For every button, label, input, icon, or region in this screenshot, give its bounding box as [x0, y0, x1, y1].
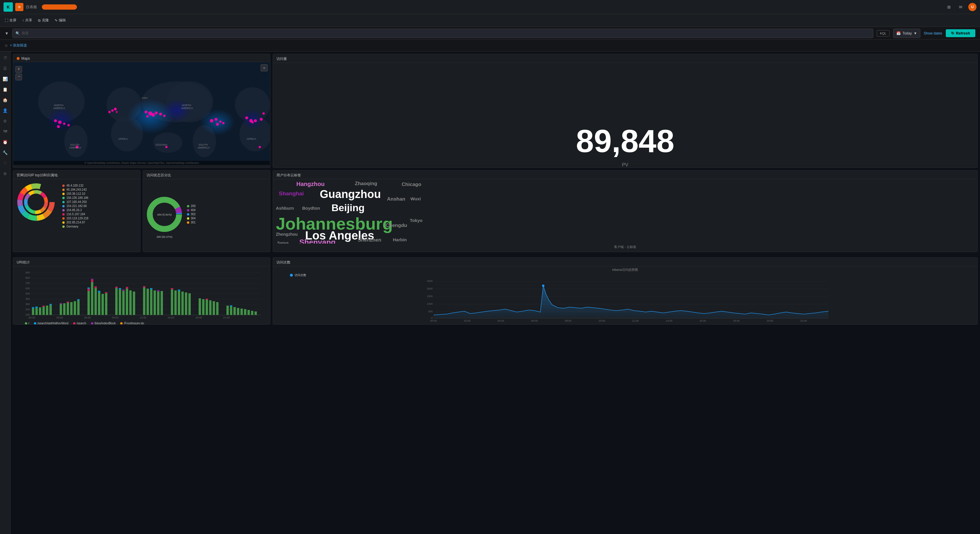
wc-harbin: Harbin: [393, 237, 407, 242]
svg-text:100: 100: [25, 313, 30, 316]
visit-unit: PV: [622, 162, 628, 168]
status-center-label: 404 (5.91%): [157, 213, 172, 216]
search-input[interactable]: 🔍 搜索: [12, 29, 873, 38]
wordcloud-title: 用户分布云标签: [273, 170, 977, 179]
svg-rect-115: [46, 305, 48, 315]
svg-rect-170: [206, 299, 208, 300]
svg-text:500: 500: [25, 292, 30, 295]
svg-text:06:00: 06:00: [531, 319, 538, 322]
svg-rect-148: [129, 291, 132, 315]
svg-point-44: [262, 112, 265, 114]
svg-point-35: [215, 118, 217, 121]
sidebar-item-monitor[interactable]: ⚙: [1, 117, 10, 125]
svg-point-42: [254, 119, 257, 122]
legend-item: Germany: [62, 225, 88, 228]
sidebar-item-dashboard[interactable]: 📊: [1, 75, 10, 83]
edit-icon: ✎: [55, 18, 57, 22]
show-dates-button[interactable]: Show dates: [924, 31, 942, 35]
legend-item: 107.165.44.250: [62, 200, 88, 203]
svg-rect-117: [49, 304, 52, 305]
svg-text:10:00: 10:00: [598, 319, 605, 322]
wordcloud-subtitle: 客户端 - 云标签: [273, 243, 977, 250]
uri-chart-area: Count of records 900 800 700 600 500 400…: [13, 266, 270, 324]
svg-text:00:00: 00:00: [29, 316, 35, 319]
legend-302: 302: [187, 213, 196, 216]
status-donut: 404 (5.91%) 200 (92.47%): [145, 195, 183, 234]
svg-rect-177: [234, 307, 236, 315]
wc-shenzhen: Shenzhen: [358, 237, 381, 243]
svg-text:AFRICA: AFRICA: [247, 137, 256, 140]
sidebar-item-discover[interactable]: ⏱: [1, 54, 10, 62]
refresh-button[interactable]: ↻ Refresh: [946, 29, 975, 37]
svg-rect-132: [91, 279, 93, 280]
svg-rect-150: [143, 288, 145, 315]
visit-count-panel: 访问量 89,848 PV: [273, 54, 978, 168]
svg-rect-131: [91, 280, 93, 282]
svg-point-2: [64, 125, 88, 157]
sidebar-item-settings[interactable]: ⚙: [1, 170, 10, 178]
sidebar-item-maps[interactable]: 🗺: [1, 127, 10, 136]
svg-rect-155: [154, 291, 156, 315]
sidebar-item-canvas[interactable]: 📋: [1, 86, 10, 94]
fullscreen-button[interactable]: ⛶ 全屏: [5, 18, 16, 23]
sidebar-item-clock[interactable]: ⏰: [1, 138, 10, 146]
svg-point-13: [47, 108, 76, 131]
svg-text:900: 900: [25, 271, 30, 274]
svg-rect-124: [74, 301, 76, 315]
svg-rect-165: [185, 292, 187, 315]
svg-rect-114: [42, 305, 45, 307]
uri-legend: / /search/getHotKeyWord /search /blog/in…: [16, 321, 268, 324]
grid-icon[interactable]: ⊞: [945, 3, 953, 11]
svg-rect-173: [216, 302, 218, 315]
svg-rect-127: [88, 291, 90, 315]
svg-rect-113: [42, 307, 45, 315]
map-area[interactable]: NORTH AMERICA ASIA AFRICA SOUTH AMERICA …: [13, 62, 270, 165]
add-filter-button[interactable]: + 添加筛选: [10, 43, 27, 48]
uri-stats-title: URI统计: [13, 257, 270, 266]
row2-left: 官网访问IP top10和归属地: [13, 170, 270, 252]
wc-shanghai: Shanghai: [279, 191, 304, 197]
uri-legend-slash: /: [25, 322, 29, 324]
sidebar-item-users[interactable]: 👤: [1, 106, 10, 114]
svg-rect-122: [67, 302, 69, 303]
svg-rect-167: [199, 298, 201, 315]
ip-top10-legend: 46.4.100.132 45.194.243.242 193.36.112.1…: [59, 181, 92, 248]
trend-legend-dot: [290, 274, 293, 277]
svg-text:2500: 2500: [427, 280, 433, 283]
calendar-icon: 📅: [896, 31, 901, 35]
svg-text:300: 300: [25, 303, 30, 305]
visit-count-title: 访问量: [273, 54, 977, 63]
svg-rect-123: [70, 302, 73, 315]
sidebar-item-visualize[interactable]: ☰: [1, 64, 10, 73]
sidebar-item-home[interactable]: 🏠: [1, 96, 10, 104]
edit-button[interactable]: ✎ 编辑: [55, 18, 66, 23]
clone-button[interactable]: ⧉ 克隆: [38, 18, 49, 23]
svg-rect-130: [91, 282, 93, 315]
sidebar-item-tools[interactable]: 🔧: [1, 149, 10, 157]
svg-text:15:00: 15:00: [168, 316, 174, 319]
user-avatar[interactable]: U: [968, 3, 977, 11]
legend-item: 154.85.26.2: [62, 208, 88, 212]
svg-rect-138: [105, 293, 107, 315]
svg-text:ASIA: ASIA: [142, 97, 148, 99]
wc-shenyang: Shenyang: [299, 238, 336, 243]
svg-text:06:00: 06:00: [84, 316, 91, 319]
svg-rect-169: [206, 300, 208, 315]
uri-legend-inquiry: /FrontInquiry.do: [120, 322, 144, 324]
map-legend-button[interactable]: ≡: [261, 64, 268, 72]
date-selector[interactable]: 📅 Today ▼: [893, 29, 920, 38]
kql-button[interactable]: KQL: [877, 30, 889, 37]
share-button[interactable]: ↑ 共享: [22, 18, 32, 23]
svg-rect-129: [88, 288, 90, 289]
uri-legend-search: /search: [73, 322, 86, 324]
svg-rect-152: [146, 289, 149, 315]
wc-changzhou: Changzhou: [299, 243, 321, 243]
legend-icon: ≡: [263, 66, 265, 70]
svg-rect-145: [122, 289, 125, 291]
mail-icon[interactable]: ✉: [956, 3, 965, 11]
sidebar-item-heart[interactable]: ♡: [1, 159, 10, 167]
svg-point-17: [58, 121, 62, 124]
svg-text:NORTH: NORTH: [182, 104, 191, 107]
wc-beijing: Beijing: [331, 202, 364, 213]
svg-text:00:00: 00:00: [430, 319, 437, 322]
